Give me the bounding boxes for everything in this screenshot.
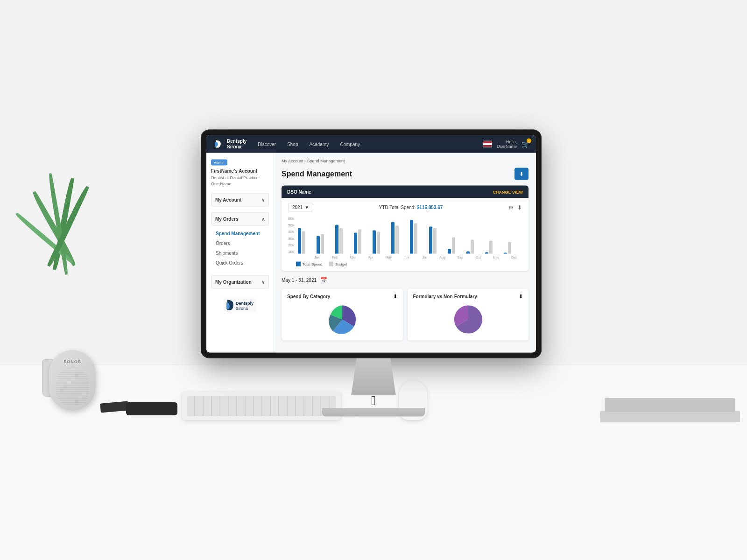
sidebar-section-organization: My Organization ∨ xyxy=(211,275,269,289)
legend-blue-dot xyxy=(296,262,301,266)
bar-apr-blue xyxy=(354,233,357,254)
sidebar-item-spend-management[interactable]: Spend Management xyxy=(211,229,269,238)
sidebar-item-shipments[interactable]: Shipments xyxy=(211,248,269,258)
user-account-name: FirstName's Account xyxy=(211,168,269,174)
sonos-grille xyxy=(56,369,89,406)
imac-screen-inner: Dentsply Sirona Discover Shop Academy Co… xyxy=(206,135,536,353)
bar-chart xyxy=(296,217,522,254)
month-jun: Jun xyxy=(399,256,414,259)
bar-group-feb xyxy=(317,234,333,254)
top-navigation: Dentsply Sirona Discover Shop Academy Co… xyxy=(206,135,536,153)
formulary-pie-chart xyxy=(449,301,486,338)
bar-jan-blue xyxy=(298,228,301,254)
bar-mar-gray xyxy=(339,228,343,254)
month-aug: Aug xyxy=(435,256,450,259)
spend-category-pie-chart xyxy=(324,301,361,338)
spend-by-category-card: Spend By Category ⬇ xyxy=(282,289,403,341)
bar-group-nov xyxy=(485,241,501,254)
chevron-down-icon-org: ∨ xyxy=(261,280,265,285)
imac-base xyxy=(322,408,425,417)
bar-mar-blue xyxy=(335,225,338,254)
bar-jun-gray xyxy=(395,226,399,254)
sidebar-header-orders[interactable]: My Orders ∧ xyxy=(211,212,269,226)
formulary-pie xyxy=(413,303,523,336)
ipad-device xyxy=(605,398,735,412)
bar-group-oct xyxy=(466,240,483,254)
change-view-button[interactable]: CHANGE VIEW xyxy=(493,189,523,194)
page-title: Spend Management xyxy=(282,170,352,178)
chart-download-icon[interactable]: ⬇ xyxy=(517,204,522,210)
month-jul: Jul xyxy=(416,256,432,259)
sonos-label: SONOS xyxy=(63,359,81,364)
sonos-speaker: SONOS xyxy=(49,350,96,411)
imac-stand xyxy=(345,358,402,396)
nav-discover[interactable]: Discover xyxy=(256,140,278,147)
month-nov: Nov xyxy=(488,256,504,259)
bar-group-apr xyxy=(354,230,370,254)
bar-jun-blue xyxy=(391,222,395,254)
date-range-text: May 1 - 31, 2021 xyxy=(282,277,317,282)
cart-icon[interactable]: 🛒 1 xyxy=(521,140,529,148)
sidebar-item-quick-orders[interactable]: Quick Orders xyxy=(211,258,269,268)
breadcrumb: My Account › Spend Management xyxy=(282,159,529,163)
charts-row: Spend By Category ⬇ xyxy=(282,289,529,341)
app-ui: Dentsply Sirona Discover Shop Academy Co… xyxy=(206,135,536,353)
bar-group-jun xyxy=(391,222,408,254)
year-selector[interactable]: 2021 ▼ xyxy=(288,203,313,212)
settings-icon[interactable]: ⚙ xyxy=(508,204,514,210)
desk-scene: SONOS xyxy=(0,0,747,560)
main-content: Admin FirstName's Account Dentist at Den… xyxy=(206,153,536,353)
content-area: My Account › Spend Management Spend Mana… xyxy=(274,153,536,353)
nav-logo: Dentsply Sirona xyxy=(213,139,247,150)
spend-category-pie xyxy=(287,303,397,336)
imac-computer: Dentsply Sirona Discover Shop Academy Co… xyxy=(201,130,546,419)
formulary-download-icon[interactable]: ⬇ xyxy=(519,294,523,300)
bar-group-sep xyxy=(448,238,464,254)
formulary-header: Formulary vs Non-Formulary ⬇ xyxy=(413,294,523,300)
legend-budget: Budget xyxy=(329,262,347,266)
svg-text:Sirona: Sirona xyxy=(236,306,248,311)
nav-academy[interactable]: Academy xyxy=(308,140,331,147)
user-title: Dentist at Dental Practice One Name xyxy=(211,175,269,187)
laptop-body xyxy=(600,411,740,422)
breadcrumb-current: Spend Management xyxy=(307,159,345,163)
chevron-up-icon: ∧ xyxy=(261,217,265,222)
cart-badge: 1 xyxy=(527,139,531,143)
nav-shop[interactable]: Shop xyxy=(285,140,300,147)
bar-feb-blue xyxy=(317,236,320,254)
sidebar-section-orders: My Orders ∧ Spend Management Orders Ship… xyxy=(211,212,269,270)
bar-group-jul xyxy=(410,220,426,254)
spend-by-category-title: Spend By Category xyxy=(287,294,330,299)
formulary-card: Formulary vs Non-Formulary ⬇ xyxy=(408,289,529,341)
flag-icon[interactable] xyxy=(483,141,492,147)
spend-category-download-icon[interactable]: ⬇ xyxy=(393,294,397,300)
sidebar-header-account[interactable]: My Account ∨ xyxy=(211,193,269,207)
calendar-icon[interactable]: 📅 xyxy=(320,277,327,283)
bar-nov-blue xyxy=(485,252,488,254)
bar-aug-blue xyxy=(429,227,432,254)
chart-controls: 2021 ▼ YTD Total Spend: $115,853.67 ⚙ xyxy=(288,203,522,212)
ytd-info: YTD Total Spend: $115,853.67 xyxy=(379,205,443,210)
sidebar-item-orders[interactable]: Orders xyxy=(211,238,269,248)
hello-user: Hello, UserName xyxy=(497,140,517,149)
bar-may-blue xyxy=(373,231,376,254)
page-header: Spend Management ⬇ xyxy=(282,168,529,180)
sidebar: Admin FirstName's Account Dentist at Den… xyxy=(206,153,274,353)
download-button[interactable]: ⬇ xyxy=(514,168,529,180)
month-mar: Mar xyxy=(345,256,360,259)
bar-sep-blue xyxy=(448,249,451,254)
ytd-value: $115,853.67 xyxy=(417,205,443,210)
chart-y-axis: 60k 50k 40k 30k 20k 10k xyxy=(288,217,294,254)
chart-months: Jan Feb Mar Apr May Jun Jul Aug xyxy=(296,256,522,259)
breadcrumb-parent[interactable]: My Account xyxy=(282,159,303,163)
nav-company[interactable]: Company xyxy=(338,140,362,147)
legend-gray-dot xyxy=(329,262,333,266)
laptop-stack xyxy=(600,404,740,422)
bar-dec-gray xyxy=(508,242,511,254)
dropdown-icon: ▼ xyxy=(304,205,309,210)
sidebar-logo: Dentsply Sirona xyxy=(211,298,269,313)
sidebar-section-account: My Account ∨ xyxy=(211,193,269,207)
chart-actions: ⚙ ⬇ xyxy=(508,204,522,210)
bar-group-mar xyxy=(335,225,352,254)
sidebar-header-organization[interactable]: My Organization ∨ xyxy=(211,275,269,289)
